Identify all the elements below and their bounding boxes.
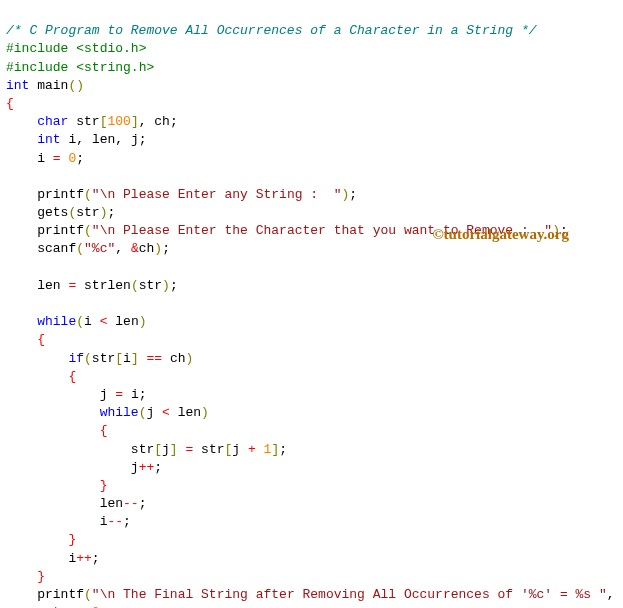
watermark-text: ©tutorialgateway.org <box>432 224 569 245</box>
preproc-include: #include <string.h> <box>6 60 154 75</box>
code-editor: /* C Program to Remove All Occurrences o… <box>0 0 623 608</box>
preproc-include: #include <stdio.h> <box>6 41 146 56</box>
comment-line: /* C Program to Remove All Occurrences o… <box>6 23 537 38</box>
